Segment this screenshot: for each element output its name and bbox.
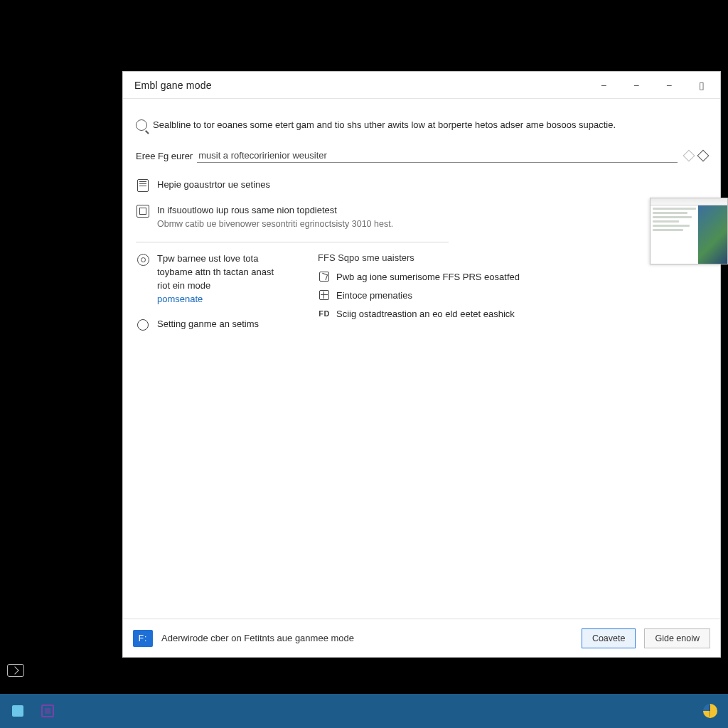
tow-text-block: Tpw barnee ust love tota toybame attn th… [157,252,285,306]
close-button[interactable]: ▯ [695,78,709,92]
tow-title: Tpw barnee ust love tota toybame attn th… [157,252,285,293]
radio-icon [136,318,150,332]
window-title: Embl gane mode [134,80,596,91]
cancel-button[interactable]: Gide enoiw [644,628,710,648]
right-row-2-text: Eintoce pmenaties [336,290,412,301]
tow-link[interactable]: pomsenate [157,294,203,304]
right-column: FFS Sqpo sme uaisters Pwb ag ione sumeri… [318,252,707,326]
diamond-icon[interactable] [697,150,710,162]
setting-row[interactable]: Setting ganme an setims [136,318,285,332]
divider [136,242,449,242]
left-column: Tpw barnee ust love tota toybame attn th… [136,252,285,343]
taskbar-app-1[interactable] [10,703,26,719]
help-text: Hepie goaustrtor ue setines [157,178,270,192]
fd-icon: FD [318,307,331,320]
info-title: In ifsuoutlowo iup rous same nion topdie… [157,204,393,218]
restore-button[interactable]: − [629,78,643,92]
right-column-header: FFS Sqpo sme uaisters [318,252,707,263]
minimize-button[interactable]: − [596,78,611,92]
right-row-3-text: Sciig ostadtreastion an eo eld eetet eas… [336,309,515,319]
taskbar-app-2[interactable] [40,703,55,719]
gear-icon [136,252,150,267]
intro-text: Sealbline to tor eoanes some etert gam a… [153,119,616,132]
input-row: Eree Fg eurer [136,149,707,163]
setting-text: Setting ganme an setims [157,318,259,331]
window-controls: − − − ▯ [596,78,720,92]
main-input[interactable] [197,149,678,163]
search-icon [136,119,147,131]
ok-button[interactable]: Coavete [582,628,636,648]
taskbar [0,694,728,728]
info-row[interactable]: In ifsuoutlowo iup rous same nion topdie… [136,204,707,230]
window-content: Sealbline to tor eoanes some etert gam a… [123,99,720,619]
titlebar: Embl gane mode − − − ▯ [123,72,720,99]
window-preview-thumbnail[interactable] [650,198,728,264]
spacer-button[interactable]: − [662,78,676,92]
help-doc-icon [136,178,150,193]
right-row-1-text: Pwb ag ione sumerisome FFS PRS eosatfed [336,272,520,282]
info-box-icon [136,204,150,218]
two-column-area: Tpw barnee ust love tota toybame attn th… [136,252,707,343]
desktop-tag-icon[interactable] [7,664,24,677]
right-row-3[interactable]: FD Sciig ostadtreastion an eo eld eetet … [318,307,707,320]
diamond-outline-icon[interactable] [683,150,695,162]
right-row-1[interactable]: Pwb ag ione sumerisome FFS PRS eosatfed [318,270,707,283]
settings-window: Embl gane mode − − − ▯ Sealbline to tor … [122,71,721,658]
window-footer: F: Aderwirode cber on Fetitnts aue ganme… [123,619,720,657]
right-row-2[interactable]: Eintoce pmenaties [318,289,707,301]
info-text-block: In ifsuoutlowo iup rous same nion topdie… [157,204,393,230]
footer-app-icon: F: [133,630,153,647]
input-label: Eree Fg eurer [136,151,196,161]
pen-box-icon [318,270,331,283]
tow-row[interactable]: Tpw barnee ust love tota toybame attn th… [136,252,285,306]
input-trailing-icons [679,151,707,160]
grid-box-icon [318,289,331,301]
info-subtitle: Obmw catib ue bivenower sesontriti egrin… [157,218,393,230]
help-row[interactable]: Hepie goaustrtor ue setines [136,178,707,193]
tray-shield-icon[interactable] [702,703,718,719]
intro-row: Sealbline to tor eoanes some etert gam a… [136,119,707,132]
footer-text: Aderwirode cber on Fetitnts aue ganmee m… [161,633,573,643]
